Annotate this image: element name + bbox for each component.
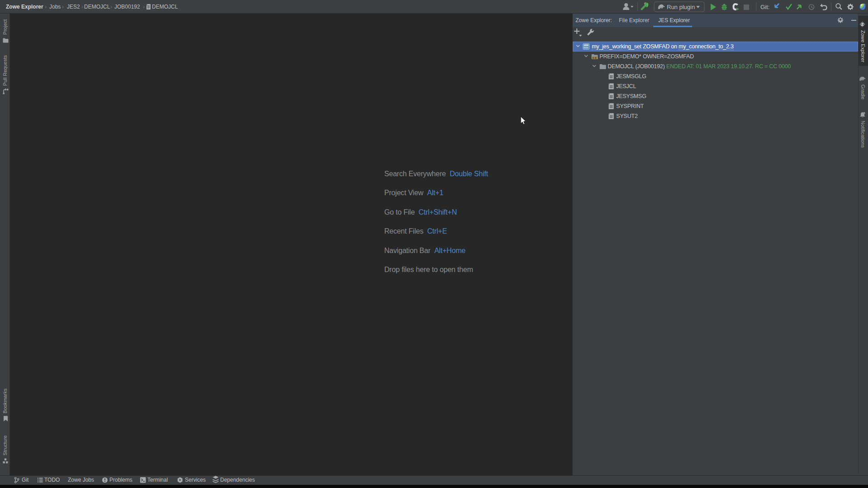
svg-text:Git:: Git: bbox=[760, 4, 769, 10]
svg-text:Z: Z bbox=[861, 22, 863, 27]
svg-text:Run plugin: Run plugin bbox=[667, 4, 695, 10]
